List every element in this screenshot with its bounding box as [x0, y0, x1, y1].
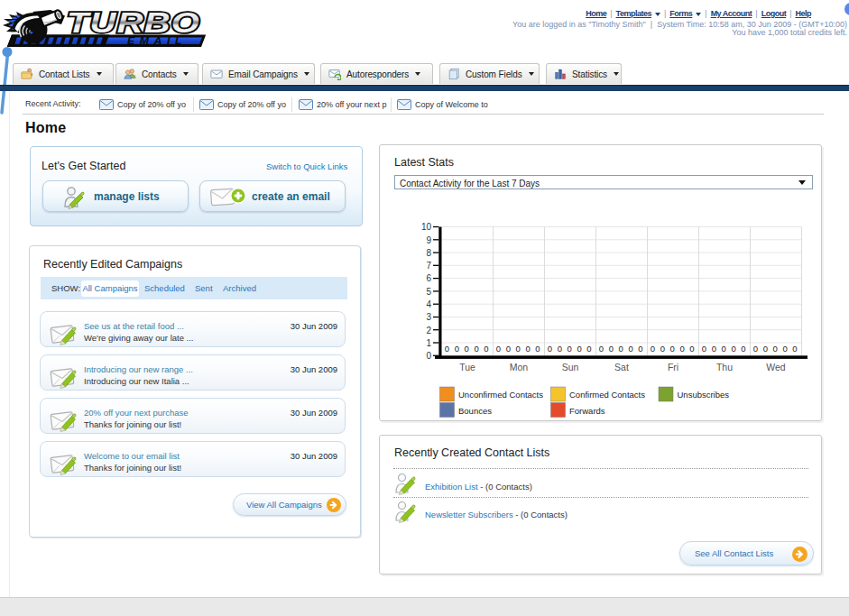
svg-text:Wed: Wed — [766, 362, 786, 372]
svg-text:0: 0 — [670, 344, 675, 354]
svg-text:0: 0 — [753, 344, 758, 354]
svg-text:0: 0 — [525, 344, 530, 354]
svg-text:0: 0 — [628, 344, 632, 354]
svg-text:3: 3 — [426, 312, 431, 322]
svg-text:0: 0 — [535, 344, 540, 354]
svg-text:0: 0 — [548, 344, 552, 354]
svg-text:Sat: Sat — [614, 362, 629, 372]
svg-text:0: 0 — [741, 344, 745, 354]
svg-text:0: 0 — [558, 344, 562, 354]
svg-text:0: 0 — [516, 344, 521, 354]
svg-text:0: 0 — [689, 344, 694, 354]
svg-text:0: 0 — [586, 344, 591, 354]
svg-text:0: 0 — [474, 344, 478, 354]
svg-text:0: 0 — [679, 344, 684, 354]
svg-text:0: 0 — [609, 344, 614, 354]
svg-text:1: 1 — [426, 338, 431, 348]
svg-text:0: 0 — [651, 344, 655, 354]
svg-text:Confirmed Contacts: Confirmed Contacts — [569, 390, 645, 400]
svg-text:Forwards: Forwards — [569, 406, 605, 416]
svg-text:10: 10 — [421, 222, 432, 232]
svg-text:Thu: Thu — [716, 362, 733, 372]
svg-text:9: 9 — [426, 235, 431, 245]
svg-text:Unconfirmed Contacts: Unconfirmed Contacts — [458, 390, 543, 400]
svg-text:0: 0 — [426, 351, 431, 361]
svg-text:2: 2 — [426, 326, 431, 336]
svg-text:0: 0 — [782, 344, 787, 354]
svg-text:0: 0 — [619, 344, 623, 354]
svg-text:0: 0 — [577, 344, 581, 354]
svg-text:0: 0 — [702, 344, 706, 354]
svg-text:0: 0 — [599, 344, 604, 354]
svg-text:0: 0 — [445, 344, 449, 354]
svg-text:0: 0 — [792, 344, 797, 354]
svg-text:8: 8 — [426, 248, 431, 258]
svg-text:Mon: Mon — [510, 362, 529, 372]
svg-text:0: 0 — [731, 344, 735, 354]
svg-text:0: 0 — [712, 344, 716, 354]
svg-text:0: 0 — [722, 344, 726, 354]
svg-text:Tue: Tue — [459, 362, 475, 372]
svg-text:0: 0 — [465, 344, 469, 354]
svg-text:7: 7 — [426, 261, 431, 271]
svg-text:0: 0 — [773, 344, 778, 354]
svg-text:0: 0 — [496, 344, 501, 354]
svg-text:6: 6 — [426, 273, 431, 283]
svg-text:0: 0 — [568, 344, 572, 354]
svg-text:0: 0 — [638, 344, 642, 354]
svg-text:5: 5 — [426, 287, 431, 297]
svg-text:TURBO: TURBO — [67, 6, 200, 39]
svg-text:Sun: Sun — [562, 362, 579, 372]
svg-text:0: 0 — [455, 344, 459, 354]
svg-text:0: 0 — [484, 344, 488, 354]
svg-text:0: 0 — [506, 344, 511, 354]
svg-text:Unsubscribes: Unsubscribes — [678, 390, 730, 400]
svg-text:0: 0 — [660, 344, 665, 354]
svg-text:Bounces: Bounces — [458, 406, 492, 416]
svg-text:4: 4 — [426, 299, 431, 309]
svg-text:Fri: Fri — [668, 362, 678, 372]
svg-text:0: 0 — [763, 344, 768, 354]
